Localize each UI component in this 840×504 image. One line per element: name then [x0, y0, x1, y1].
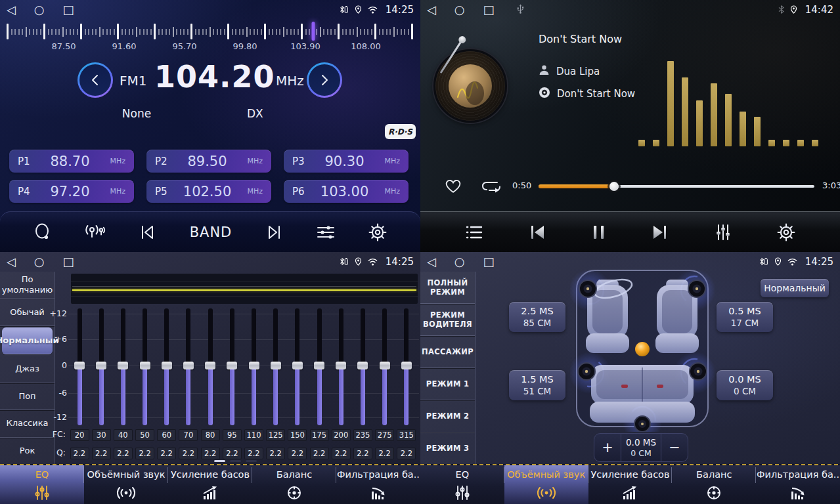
eq-band-q-value[interactable]: 2.2 [397, 448, 416, 459]
recents-nav-icon[interactable]: □ [63, 256, 74, 268]
profile-badge[interactable]: Нормальный [761, 279, 829, 297]
tab-surround[interactable]: Объёмный звук [504, 465, 588, 504]
tab-eq[interactable]: EQ [420, 465, 504, 504]
slider-handle[interactable] [314, 362, 324, 369]
eq-band-q-value[interactable]: 2.2 [223, 448, 242, 459]
eq-band-fc-value[interactable]: 60 [157, 429, 176, 441]
home-nav-icon[interactable]: ○ [454, 4, 465, 16]
eq-band-q-value[interactable]: 2.2 [310, 448, 329, 459]
eq-band-slider[interactable] [375, 308, 395, 425]
preset-button[interactable]: P5 102.50 MHz [146, 180, 271, 203]
repeat-icon[interactable] [481, 178, 502, 197]
slider-handle[interactable] [401, 362, 412, 369]
dial-indicator[interactable] [311, 22, 315, 41]
eq-band-fc-value[interactable]: 235 [353, 429, 372, 441]
tab-bass-boost[interactable]: Усиление басов [588, 465, 673, 504]
eq-band-slider[interactable] [91, 308, 111, 425]
back-nav-icon[interactable]: ◁ [7, 256, 16, 268]
slider-handle[interactable] [227, 362, 237, 369]
eq-band-q-value[interactable]: 2.2 [114, 448, 133, 459]
tune-down-button[interactable] [77, 62, 113, 98]
eq-band-q-value[interactable]: 2.2 [179, 448, 198, 459]
slider-handle[interactable] [380, 362, 390, 369]
eq-band-slider[interactable] [179, 308, 198, 425]
eq-band-slider[interactable] [135, 308, 155, 425]
settings-gear-icon[interactable] [368, 223, 387, 242]
slider-handle[interactable] [183, 362, 194, 369]
preset-button[interactable]: P2 89.50 MHz [146, 150, 271, 173]
recents-nav-icon[interactable]: □ [483, 4, 495, 16]
broadcast-button[interactable] [85, 223, 106, 242]
eq-band-slider[interactable] [244, 308, 264, 425]
eq-band-q-value[interactable]: 2.2 [201, 448, 220, 459]
back-nav-icon[interactable]: ◁ [427, 256, 436, 268]
eq-band-fc-value[interactable]: 315 [397, 429, 416, 441]
slider-handle[interactable] [140, 362, 150, 369]
progress-knob[interactable] [609, 182, 619, 191]
slider-handle[interactable] [249, 362, 259, 369]
eq-band-fc-value[interactable]: 275 [375, 429, 394, 441]
eq-band-fc-value[interactable]: 50 [135, 429, 154, 441]
settings-gear-icon[interactable] [777, 223, 795, 242]
delay-rear-left-button[interactable]: 1.5 MS 51 CM [509, 370, 565, 400]
mode-1[interactable]: РЕЖИМ 1 [420, 368, 475, 400]
equalizer-button[interactable] [714, 223, 732, 242]
delay-rear-right-button[interactable]: 0.0 MS 0 CM [717, 370, 773, 400]
playlist-button[interactable] [465, 224, 483, 241]
eq-band-slider[interactable] [266, 308, 286, 425]
tab-surround[interactable]: Объёмный звук [84, 465, 168, 504]
eq-band-fc-value[interactable]: 40 [114, 429, 133, 441]
pause-button[interactable] [591, 224, 607, 241]
back-nav-icon[interactable]: ◁ [7, 4, 16, 16]
slider-handle[interactable] [205, 362, 215, 369]
recents-nav-icon[interactable]: □ [483, 256, 495, 268]
preset-button[interactable]: P3 90.30 MHz [284, 150, 409, 173]
eq-band-q-value[interactable]: 2.2 [244, 448, 263, 459]
eq-band-slider[interactable] [222, 308, 242, 425]
recents-nav-icon[interactable]: □ [63, 4, 74, 16]
dx-mode-label[interactable]: DX [247, 107, 263, 120]
band-button[interactable]: BAND [190, 224, 232, 240]
slider-handle[interactable] [357, 362, 368, 369]
mode-full[interactable]: ПОЛНЫЙ РЕЖИМ [420, 272, 475, 304]
eq-band-fc-value[interactable]: 80 [201, 429, 220, 441]
eq-band-q-value[interactable]: 2.2 [92, 448, 111, 459]
delay-minus-button[interactable]: − [661, 434, 688, 461]
favorite-heart-icon[interactable] [444, 178, 462, 197]
tab-filter[interactable]: Фильтрация ба... [336, 465, 420, 504]
album-art[interactable] [433, 49, 507, 123]
home-nav-icon[interactable]: ○ [454, 256, 465, 268]
eq-band-q-value[interactable]: 2.2 [266, 448, 285, 459]
eq-band-q-value[interactable]: 2.2 [70, 448, 89, 459]
eq-band-slider[interactable] [353, 308, 372, 425]
eq-band-fc-value[interactable]: 70 [179, 429, 198, 441]
slider-handle[interactable] [292, 362, 303, 369]
equalizer-button[interactable] [316, 224, 336, 241]
slider-handle[interactable] [118, 362, 128, 369]
eq-band-slider[interactable] [397, 308, 416, 425]
tab-eq[interactable]: EQ [0, 465, 84, 504]
home-nav-icon[interactable]: ○ [34, 256, 45, 268]
eq-band-q-value[interactable]: 2.2 [375, 448, 394, 459]
eq-band-slider[interactable] [157, 308, 177, 425]
back-nav-icon[interactable]: ◁ [427, 4, 436, 16]
delay-front-left-button[interactable]: 2.5 MS 85 CM [509, 302, 565, 332]
seek-bar[interactable] [539, 185, 814, 188]
delay-front-right-button[interactable]: 0.5 MS 17 CM [717, 302, 773, 332]
eq-band-q-value[interactable]: 2.2 [288, 448, 307, 459]
preset-button[interactable]: P4 97.20 MHz [9, 180, 134, 203]
mode-2[interactable]: РЕЖИМ 2 [420, 400, 475, 432]
preset-button[interactable]: P1 88.70 MHz [9, 150, 134, 173]
eq-band-slider[interactable] [70, 308, 89, 425]
tune-up-button[interactable] [307, 62, 342, 98]
eq-band-q-value[interactable]: 2.2 [135, 448, 154, 459]
eq-band-slider[interactable] [200, 308, 220, 425]
eq-band-q-value[interactable]: 2.2 [157, 448, 176, 459]
eq-band-slider[interactable] [288, 308, 307, 425]
slider-handle[interactable] [336, 362, 346, 369]
slider-handle[interactable] [162, 362, 172, 369]
eq-band-q-value[interactable]: 2.2 [332, 448, 351, 459]
eq-band-fc-value[interactable]: 125 [266, 429, 285, 441]
next-track-button[interactable] [651, 224, 669, 241]
eq-preset-default[interactable]: По умолчанию [0, 272, 55, 299]
